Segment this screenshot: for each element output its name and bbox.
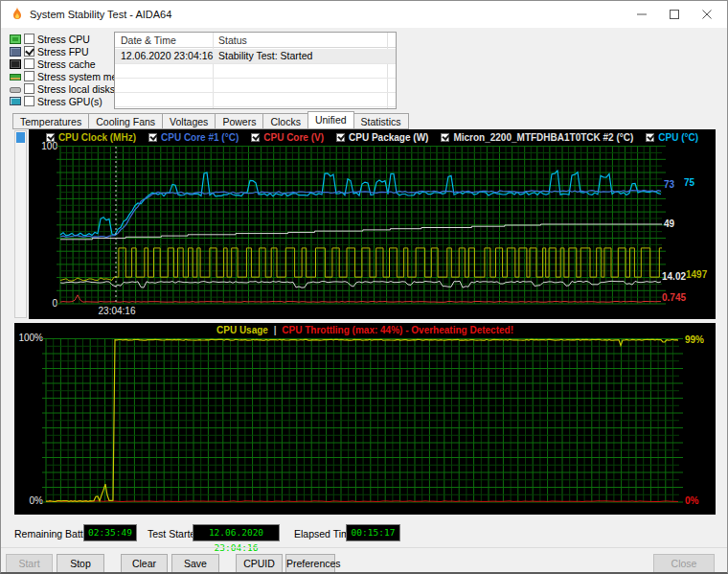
table-header: Date & Time Status: [115, 33, 396, 48]
tab-temperatures[interactable]: Temperatures: [12, 113, 89, 129]
close-window-button[interactable]: [691, 1, 723, 28]
stress-disks-checkbox[interactable]: [24, 83, 34, 94]
test-started-value: 12.06.2020 23:04:16: [193, 524, 280, 541]
table-grid-line: [115, 106, 396, 107]
throttling-warning-text: CPU Throttling (max: 44%) - Overheating …: [282, 325, 513, 335]
tab-clocks[interactable]: Clocks: [263, 113, 308, 129]
y-axis-min-label: 0: [36, 298, 57, 309]
tab-statistics[interactable]: Statistics: [354, 113, 409, 129]
title-bar: System Stability Test - AIDA64: [1, 1, 727, 28]
legend-checkbox-cpu-core-v[interactable]: [251, 133, 260, 142]
stress-memory-checkbox[interactable]: [24, 71, 34, 81]
usage-chart: [46, 338, 679, 502]
log-datetime-cell: 12.06.2020 23:04:16: [121, 50, 213, 61]
close-button[interactable]: Close: [653, 554, 715, 573]
legend-label-cpu-package: CPU Package (W): [349, 132, 428, 143]
stress-cache-checkbox[interactable]: [24, 58, 34, 69]
maximize-button[interactable]: [658, 1, 691, 28]
memory-icon: [10, 74, 21, 80]
legend-item-cpu-core-v: CPU Core (V): [251, 132, 324, 143]
elapsed-time-value: 00:15:17: [346, 524, 400, 541]
maximize-icon: [669, 9, 680, 20]
tab-unified[interactable]: Unified: [307, 111, 354, 129]
stress-cache-label: Stress cache: [37, 58, 96, 70]
gpu-icon: [10, 97, 21, 105]
legend-label-cpu-core-v: CPU Core (V): [263, 132, 324, 143]
value-label-cpu-clock: 1497: [686, 269, 707, 280]
cpu-icon: [10, 34, 21, 44]
stress-gpu-label: Stress GPU(s): [37, 96, 102, 107]
scrollbar-thumb[interactable]: [16, 132, 25, 143]
sensor-tabs: Temperatures Cooling Fans Voltages Power…: [12, 111, 409, 129]
disk-icon: [10, 87, 21, 93]
stress-cpu-checkbox[interactable]: [24, 34, 34, 44]
preferences-button[interactable]: Preferences: [285, 554, 335, 573]
legend-checkbox-micron-temp[interactable]: [441, 133, 449, 142]
minimize-button[interactable]: [626, 1, 658, 28]
table-grid-line: [115, 78, 396, 79]
fpu-icon: [10, 47, 21, 57]
usage-title-text: CPU Usage: [216, 325, 268, 335]
legend-checkbox-cpu-temp[interactable]: [646, 133, 654, 142]
stress-fpu-label: Stress FPU: [37, 46, 89, 57]
usage-y-max-label: 100%: [18, 333, 43, 343]
title-separator: |: [271, 325, 280, 335]
legend-label-cpu-temp: CPU (°C): [658, 132, 698, 143]
cpuid-button[interactable]: CPUID: [236, 554, 283, 573]
stress-disks-label: Stress local disks: [37, 83, 115, 95]
x-axis-time-label: 23:04:16: [88, 306, 146, 316]
value-label-cpu-core-v: 0.745: [662, 292, 686, 303]
remaining-battery-value: 02:35:49: [83, 524, 137, 541]
unified-chart: [60, 147, 662, 304]
legend-checkbox-cpu-package[interactable]: [336, 133, 345, 142]
legend-checkbox-cpu-core1-temp[interactable]: [148, 133, 157, 142]
save-button[interactable]: Save: [171, 554, 219, 573]
value-label-micron-temp: 49: [664, 218, 674, 229]
tab-cooling-fans[interactable]: Cooling Fans: [89, 113, 163, 129]
event-log-table: Date & Time Status 12.06.2020 23:04:16 S…: [114, 32, 397, 109]
throttling-current-label: 0%: [685, 495, 698, 506]
cache-icon: [10, 59, 21, 69]
tab-voltages[interactable]: Voltages: [163, 113, 216, 129]
value-label-cpu-package: 14.02: [662, 271, 686, 282]
log-status-cell: Stability Test: Started: [218, 50, 312, 61]
chart-vertical-scrollbar[interactable]: [14, 130, 27, 318]
column-header-datetime: Date & Time: [121, 34, 176, 46]
legend-item-micron-temp: Micron_2200_MTFDHBA1T0TCK #2 (°C): [441, 132, 633, 143]
legend-item-cpu-clock: CPU Clock (MHz): [46, 132, 136, 143]
minimize-icon: [636, 9, 648, 20]
value-label-cpu-temp: 75: [684, 177, 694, 188]
stress-cpu-label: Stress CPU: [37, 34, 90, 45]
clear-button[interactable]: Clear: [121, 554, 168, 573]
tab-powers[interactable]: Powers: [216, 113, 263, 129]
footer-divider: [1, 547, 727, 548]
table-grid-line: [115, 63, 396, 64]
legend-item-cpu-package: CPU Package (W): [336, 132, 428, 143]
legend-label-cpu-core1-temp: CPU Core #1 (°C): [161, 132, 239, 143]
column-divider: [213, 33, 214, 108]
close-icon: [701, 9, 713, 20]
usage-current-label: 99%: [685, 334, 704, 345]
app-window: System Stability Test - AIDA64 Stress CP…: [0, 0, 728, 574]
app-flame-icon: [11, 7, 24, 22]
value-label-cpu-core1-temp: 73: [664, 179, 674, 190]
window-title: System Stability Test - AIDA64: [30, 9, 171, 20]
chart-legend: CPU Clock (MHz) CPU Core #1 (°C) CPU Cor…: [29, 131, 716, 144]
legend-label-cpu-clock: CPU Clock (MHz): [58, 132, 136, 143]
stress-fpu-checkbox[interactable]: [24, 46, 34, 57]
column-header-status: Status: [218, 34, 247, 46]
column-divider: [387, 33, 388, 108]
stop-button[interactable]: Stop: [57, 554, 104, 573]
legend-item-cpu-temp: CPU (°C): [646, 132, 698, 143]
legend-label-micron-temp: Micron_2200_MTFDHBA1T0TCK #2 (°C): [453, 132, 633, 143]
table-row[interactable]: 12.06.2020 23:04:16 Stability Test: Star…: [115, 49, 396, 63]
usage-chart-title: CPU Usage | CPU Throttling (max: 44%) - …: [14, 325, 716, 335]
usage-y-min-label: 0%: [18, 495, 43, 506]
stress-gpu-checkbox[interactable]: [24, 96, 34, 106]
unified-chart-panel: CPU Clock (MHz) CPU Core #1 (°C) CPU Cor…: [29, 129, 716, 319]
y-axis-max-label: 100: [36, 141, 57, 151]
usage-chart-panel: CPU Usage | CPU Throttling (max: 44%) - …: [14, 323, 716, 515]
table-grid-line: [115, 92, 396, 93]
legend-item-cpu-core1-temp: CPU Core #1 (°C): [148, 132, 239, 143]
start-button[interactable]: Start: [6, 554, 53, 573]
